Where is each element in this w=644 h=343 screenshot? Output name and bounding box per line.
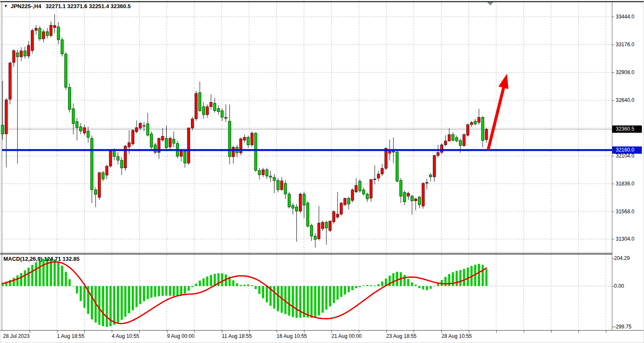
macd-tick-label: 0.00 [614, 283, 644, 289]
bullish-arrow[interactable] [488, 74, 508, 150]
time-tick [249, 331, 250, 333]
time-tick-label: 16 Aug 10:55 [277, 333, 307, 339]
time-tick [194, 331, 195, 333]
time-tick [578, 331, 579, 333]
macd-indicator-label: MACD(12,26,9) 124.71 132.85 [3, 256, 80, 262]
last-bar-marker-icon [487, 2, 493, 6]
trading-chart-window: ▼JPN225-,H432271.1 32371.6 32251.4 32360… [0, 0, 644, 343]
macd-tick [612, 258, 614, 259]
macd-tick-label: 204.29 [614, 255, 644, 262]
price-tick-label: 31836.0 [616, 180, 644, 187]
time-tick [524, 331, 524, 333]
time-tick [112, 331, 112, 333]
price-tick [612, 156, 614, 156]
current-price-badge: 32360.5 [612, 125, 642, 133]
macd-histogram-layer [2, 258, 488, 327]
subwindow-separator-outer[interactable] [0, 252, 612, 253]
price-tick [612, 72, 614, 73]
price-tick [612, 100, 614, 101]
time-tick-label: 28 Jul 2023 [3, 333, 30, 339]
time-tick [331, 331, 332, 333]
price-tick [612, 184, 614, 184]
time-tick [84, 331, 85, 333]
time-tick [304, 331, 304, 333]
time-tick-label: 4 Aug 10:55 [112, 333, 139, 339]
time-tick [222, 331, 222, 333]
symbol-period-label: JPN225-,H4 [11, 3, 42, 9]
price-tick-label: 31568.0 [616, 208, 644, 215]
time-tick [414, 331, 414, 333]
time-tick-label: 9 Aug 00:00 [167, 333, 194, 339]
time-tick [167, 331, 167, 333]
macd-tick [612, 286, 614, 286]
chart-title: ▼JPN225-,H432271.1 32371.6 32251.4 32360… [4, 3, 131, 9]
time-tick [30, 331, 30, 333]
price-tick-label: 32908.0 [616, 69, 644, 76]
price-tick-label: 33444.0 [616, 13, 644, 20]
time-tick [277, 331, 277, 333]
time-tick [441, 331, 442, 333]
time-tick [359, 331, 359, 333]
time-tick-label: 28 Aug 10:55 [441, 333, 472, 339]
price-tick-label: 32640.0 [616, 97, 644, 104]
time-tick-label: 21 Aug 00:00 [331, 333, 362, 339]
time-tick [386, 331, 387, 333]
time-tick [551, 331, 552, 333]
time-tick-label: 23 Aug 18:55 [386, 333, 417, 339]
price-tick [612, 17, 614, 17]
price-tick [612, 45, 614, 45]
time-tick [469, 331, 469, 333]
time-tick [57, 331, 57, 333]
price-tick [612, 212, 614, 212]
time-tick-label: 1 Aug 18:55 [57, 333, 84, 339]
support-line[interactable] [2, 149, 612, 151]
price-tick-label: 31304.0 [616, 236, 644, 242]
time-tick-label: 11 Aug 18:55 [222, 333, 252, 339]
collapse-triangle-icon[interactable]: ▼ [4, 4, 8, 8]
time-tick [606, 331, 606, 333]
support-level-badge: 32160.0 [612, 146, 642, 154]
candles-layer [1, 14, 488, 248]
price-chart-canvas[interactable] [0, 0, 612, 252]
macd-tick [612, 327, 614, 327]
ohlc-values-label: 32271.1 32371.6 32251.4 32360.5 [45, 3, 131, 9]
time-tick [496, 331, 497, 333]
price-tick-label: 33176.0 [616, 41, 644, 48]
macd-tick-label: -299.75 [614, 323, 644, 330]
macd-chart-canvas[interactable] [0, 254, 612, 331]
time-tick [139, 331, 140, 333]
price-tick [612, 239, 614, 239]
price-axis-border [612, 2, 612, 331]
